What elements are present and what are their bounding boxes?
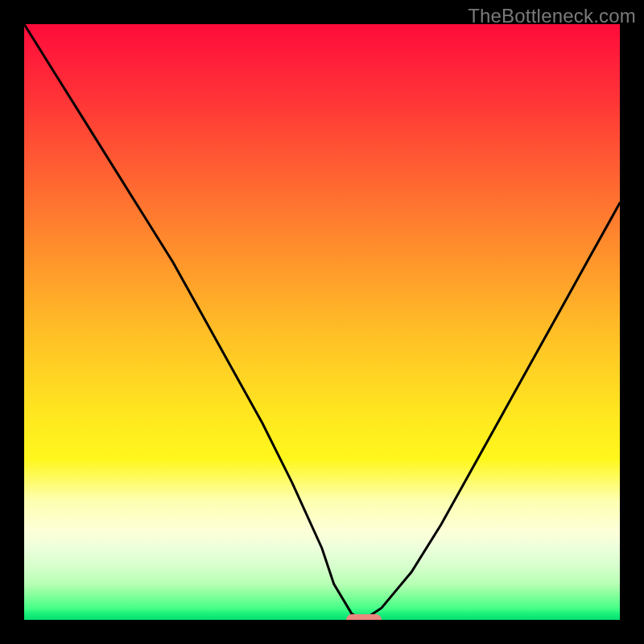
plot-area	[24, 24, 620, 620]
chart-container: TheBottleneck.com	[0, 0, 644, 644]
bottleneck-curve	[24, 24, 620, 620]
watermark-text: TheBottleneck.com	[468, 5, 636, 27]
optimal-marker	[346, 614, 382, 620]
